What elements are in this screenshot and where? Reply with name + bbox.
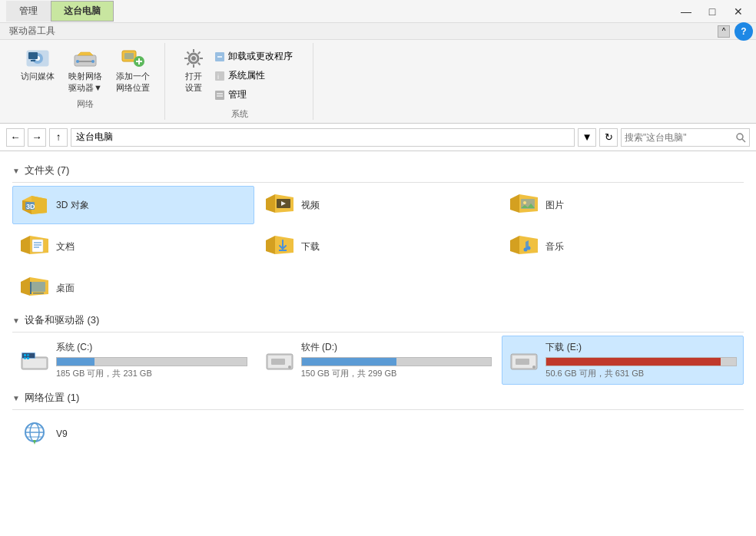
add-network-label: 添加一个网络位置 [116, 71, 150, 94]
manage-button[interactable]: 管理 [209, 86, 298, 104]
minimize-button[interactable]: — [675, 4, 698, 19]
settings-icon [181, 46, 206, 71]
drive-bar-fill-c [57, 358, 94, 366]
nav-back-button[interactable]: ← [6, 128, 25, 147]
folder-icon-desktop [19, 274, 50, 302]
map-drive-button[interactable]: 映射网络驱动器▼ [63, 43, 108, 97]
address-dropdown-button[interactable]: ▼ [578, 128, 596, 147]
folder-icon-downloads [264, 233, 295, 260]
drive-info-e: 下载 (E:) 50.6 GB 可用，共 631 GB [545, 341, 737, 379]
folder-icon-3d: 3D [19, 191, 50, 219]
tab-this-pc[interactable]: 这台电脑 [51, 1, 114, 22]
media-label: 访问媒体 [21, 71, 55, 82]
network-header-label: 网络位置 (1) [25, 391, 80, 405]
folder-name-3d: 3D 对象 [56, 199, 89, 212]
folder-name-pictures: 图片 [545, 199, 564, 212]
ribbon-sub-label: 驱动器工具 [3, 25, 61, 38]
ribbon-body: 访问媒体 映射网络驱动器▼ [0, 40, 756, 123]
network-item-v9[interactable]: V9 [12, 413, 151, 454]
refresh-button[interactable]: ↻ [599, 128, 618, 147]
folder-name-video: 视频 [301, 199, 320, 212]
manage-icon [214, 90, 225, 101]
map-drive-label: 映射网络驱动器▼ [68, 71, 102, 94]
folders-header-label: 文件夹 (7) [25, 164, 70, 177]
folder-item-3d[interactable]: 3D 3D 对象 [12, 186, 254, 224]
folder-item-desktop[interactable]: 桌面 [12, 269, 254, 307]
folder-item-music[interactable]: 音乐 [502, 227, 744, 266]
folder-icon-video [264, 191, 295, 219]
folder-name-docs: 文档 [56, 240, 75, 253]
close-button[interactable]: ✕ [727, 4, 750, 19]
drive-size-d: 150 GB 可用，共 299 GB [301, 368, 492, 379]
drive-item-d[interactable]: 软件 (D:) 150 GB 可用，共 299 GB [257, 336, 499, 385]
network-group-content: 访问媒体 映射网络驱动器▼ [15, 43, 155, 97]
folder-item-docs[interactable]: 文档 [12, 227, 254, 266]
svg-rect-4 [31, 60, 35, 61]
ribbon-group-system: 打开设置 卸载或更改程序 i 系统属性 管理 [167, 43, 313, 120]
folder-name-music: 音乐 [545, 240, 564, 253]
drive-grid: 系统 (C:) 185 GB 可用，共 231 GB [12, 336, 744, 385]
svg-rect-19 [215, 91, 224, 100]
drive-item-e[interactable]: 下载 (E:) 50.6 GB 可用，共 631 GB [502, 336, 744, 385]
nav-forward-button[interactable]: → [28, 128, 46, 147]
ribbon-collapse-button[interactable]: ^ [718, 25, 730, 38]
title-controls: — □ ✕ [675, 4, 750, 19]
tab-manage[interactable]: 管理 [6, 1, 51, 22]
folder-item-video[interactable]: 视频 [257, 186, 499, 224]
folders-divider [12, 182, 744, 183]
drive-name-d: 软件 (D:) [301, 341, 492, 354]
drive-info-c: 系统 (C:) 185 GB 可用，共 231 GB [56, 341, 247, 379]
folder-icon-music [509, 233, 539, 260]
svg-line-23 [742, 139, 745, 142]
drive-bar-c [56, 357, 247, 366]
media-button[interactable]: 访问媒体 [15, 43, 60, 85]
ribbon-group-network: 访问媒体 映射网络驱动器▼ [6, 43, 165, 120]
open-settings-button[interactable]: 打开设置 卸载或更改程序 i 系统属性 管理 [176, 43, 303, 107]
folder-item-pictures[interactable]: 图片 [502, 186, 744, 224]
ribbon: 访问媒体 映射网络驱动器▼ [0, 40, 756, 124]
media-icon [25, 46, 50, 71]
svg-point-54 [532, 366, 536, 369]
drive-bar-fill-e [546, 358, 721, 366]
ribbon-top: 驱动器工具 ^ ? [0, 23, 756, 40]
drive-info-d: 软件 (D:) 150 GB 可用，共 299 GB [301, 341, 492, 379]
drive-name-c: 系统 (C:) [56, 341, 247, 354]
drive-name-e: 下载 (E:) [545, 341, 737, 354]
add-network-button[interactable]: 添加一个网络位置 [111, 43, 155, 97]
folders-arrow[interactable]: ▼ [12, 167, 20, 175]
svg-point-6 [76, 60, 79, 63]
network-arrow[interactable]: ▼ [12, 394, 20, 402]
system-props-label: 系统属性 [228, 69, 265, 82]
svg-rect-45 [27, 354, 29, 356]
network-name-v9: V9 [56, 428, 68, 439]
svg-rect-38 [33, 293, 44, 294]
uninstall-button[interactable]: 卸载或更改程序 [209, 48, 298, 65]
drives-header-label: 设备和驱动器 (3) [25, 313, 100, 327]
address-input[interactable] [71, 128, 575, 147]
nav-up-button[interactable]: ↑ [49, 128, 68, 147]
address-bar: ← → ↑ ▼ ↻ [0, 124, 756, 151]
drives-arrow[interactable]: ▼ [12, 316, 20, 325]
svg-text:3D: 3D [26, 203, 35, 210]
drive-size-c: 185 GB 可用，共 231 GB [56, 368, 247, 379]
drives-divider [12, 332, 744, 333]
svg-rect-9 [124, 53, 134, 59]
help-button[interactable]: ? [734, 22, 753, 41]
drive-icon-c [19, 348, 50, 372]
system-right-buttons: 卸载或更改程序 i 系统属性 管理 [209, 48, 298, 104]
drive-bar-e [545, 357, 737, 366]
search-input[interactable] [625, 132, 732, 143]
map-drive-icon [73, 46, 98, 71]
content-area: ▼ 文件夹 (7) 3D 3D 对象 [0, 151, 756, 536]
drive-icon-d [264, 348, 295, 372]
maximize-button[interactable]: □ [701, 4, 724, 19]
sysprops-icon: i [214, 71, 225, 81]
svg-rect-44 [24, 354, 26, 356]
folder-icon-pictures [509, 191, 539, 219]
svg-point-36 [527, 246, 531, 250]
folder-item-downloads[interactable]: 下载 [257, 227, 499, 266]
system-props-button[interactable]: i 系统属性 [209, 67, 298, 84]
drive-item-c[interactable]: 系统 (C:) 185 GB 可用，共 231 GB [12, 336, 254, 385]
svg-marker-61 [33, 440, 36, 445]
add-network-icon [121, 46, 145, 71]
